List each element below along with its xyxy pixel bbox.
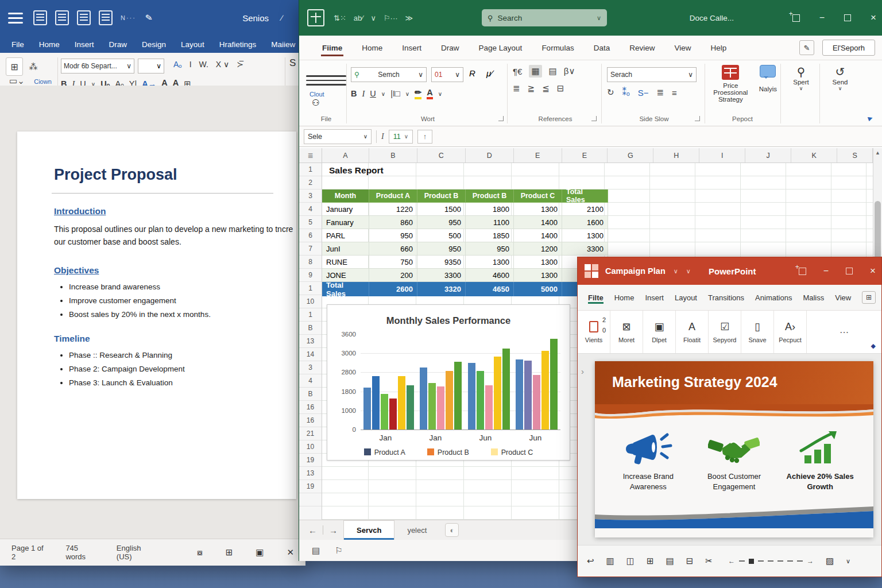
cell[interactable]: RUNE xyxy=(322,256,369,269)
excel-tab-data[interactable]: Data xyxy=(593,41,612,55)
word-tab-hrafietings[interactable]: Hrafietings xyxy=(219,40,257,49)
refresh-icon[interactable]: ↻ xyxy=(607,87,614,98)
autosave-icon[interactable]: ⇅⁙ xyxy=(334,14,346,22)
undo-text-icon[interactable]: ab∕ xyxy=(354,14,363,22)
row-header-12[interactable]: B xyxy=(299,322,322,335)
pin-ribbon-icon[interactable]: ✎ xyxy=(799,40,814,55)
row-header-6[interactable]: 7 xyxy=(299,242,322,256)
sort-az-icon[interactable]: β∨ xyxy=(564,66,575,76)
cell[interactable]: 3300 xyxy=(562,242,608,256)
number-list-icon[interactable]: ≧ xyxy=(528,83,535,94)
fill-color-button[interactable]: ✏ xyxy=(415,88,421,99)
cell[interactable]: PARL xyxy=(322,229,369,242)
row-header-22[interactable]: 19 xyxy=(299,454,322,467)
undo-icon[interactable]: ↩ xyxy=(587,556,594,566)
open-document-icon[interactable] xyxy=(77,10,91,25)
cell[interactable]: Total Sales xyxy=(562,189,608,203)
font-color-button[interactable]: A xyxy=(427,88,432,99)
hamburger-menu-icon[interactable] xyxy=(8,13,23,24)
excel-tab-home[interactable]: Home xyxy=(361,41,384,55)
ppt-tab-layout[interactable]: Layout xyxy=(675,293,697,302)
row-header-18[interactable]: 16 xyxy=(299,401,322,414)
embedded-chart[interactable]: Monthly Sales Performance360030002800180… xyxy=(327,304,570,461)
clear-format-icon[interactable]: Χ ∨ xyxy=(216,60,229,69)
title-dropdown-icon[interactable]: ∨ xyxy=(674,268,678,275)
column-header-d-3[interactable]: D xyxy=(466,148,514,163)
column-header-h-7[interactable]: H xyxy=(653,148,699,163)
bold-button[interactable]: B xyxy=(351,89,357,98)
document-icon[interactable] xyxy=(33,10,47,25)
row-header-0[interactable]: 1 xyxy=(299,163,322,176)
title-dropdown2-icon[interactable]: ∨ xyxy=(686,268,691,275)
restore-copy-icon[interactable] xyxy=(799,268,806,275)
ppt-tab-insert[interactable]: Insert xyxy=(645,293,664,302)
formula-value-box[interactable]: 11∨ xyxy=(389,130,413,144)
column-header-s-11[interactable]: S xyxy=(837,148,873,163)
menu-lines-icon[interactable] xyxy=(306,75,346,86)
close-button[interactable]: × xyxy=(870,265,876,277)
excel-size-combo[interactable]: 01∨ xyxy=(431,67,463,82)
ppt-tab-maliss[interactable]: Maliss xyxy=(803,293,824,302)
panel-expander-icon[interactable]: › xyxy=(581,366,584,376)
word-tab-home[interactable]: Home xyxy=(39,40,60,49)
row-header-11[interactable]: 1 xyxy=(299,308,322,322)
excel-tab-fiime[interactable]: Fiime xyxy=(321,41,343,55)
w-style-icon[interactable]: W. xyxy=(199,60,208,69)
sort-icon[interactable]: ≻̅ xyxy=(237,60,243,69)
row-header-9[interactable]: 1 xyxy=(299,282,322,295)
cell[interactable]: 860 xyxy=(369,216,417,229)
cell[interactable]: 1220 xyxy=(369,203,417,216)
ribbon-display-icon[interactable]: ⊞ xyxy=(862,291,876,304)
search-box[interactable]: ⚲ Search ∨ xyxy=(482,9,607,26)
percent-icon[interactable]: ⁑ₒ xyxy=(622,87,630,98)
font-name-combo[interactable]: Modr 6b Separt...∨ xyxy=(61,59,134,74)
ppt-ribbon-pecpuct[interactable]: A›Pecpuct xyxy=(774,311,807,353)
chevrons-icon[interactable]: ≫ xyxy=(405,14,413,22)
excel-tab-help[interactable]: Help xyxy=(709,41,728,55)
column-header-i-8[interactable]: I xyxy=(699,148,745,163)
column-header-e-4[interactable]: E xyxy=(514,148,562,163)
list-dec-icon[interactable]: ≡ xyxy=(672,88,677,98)
row-header-8[interactable]: 9 xyxy=(299,269,322,282)
excel-tab-insert[interactable]: Insert xyxy=(401,41,423,55)
color-dropdown-icon[interactable]: ∨ xyxy=(438,91,442,97)
dialog-launcher-icon[interactable] xyxy=(695,116,700,121)
cell[interactable]: 2600 xyxy=(369,282,417,296)
cell[interactable]: 1300 xyxy=(514,203,562,216)
excel-tab-page-layout[interactable]: Page Layout xyxy=(478,41,524,55)
send-button[interactable]: ↺ Send ∨ xyxy=(823,65,857,91)
zoom-in-icon[interactable]: → xyxy=(807,557,814,565)
column-header-e-5[interactable]: E xyxy=(562,148,608,163)
slide-canvas[interactable]: Marketing Strategy 2024 xyxy=(595,361,873,537)
prev-sheet-icon[interactable]: ← xyxy=(308,525,317,535)
excel-tab-draw[interactable]: Draw xyxy=(440,41,461,55)
web-layout-icon[interactable]: ▣ xyxy=(256,547,264,558)
book-view-icon[interactable]: ◫ xyxy=(626,556,635,566)
serach-combo[interactable]: Serach∨ xyxy=(607,67,697,82)
cell[interactable]: 4650 xyxy=(466,282,514,296)
minimize-button[interactable]: − xyxy=(819,13,825,23)
dropdown-icon[interactable]: ∨ xyxy=(370,14,376,22)
notification-bell-icon[interactable]: ⚐ xyxy=(335,546,342,556)
underline-dropdown-icon[interactable]: ∨ xyxy=(381,91,385,97)
list-view-icon[interactable]: ▤ xyxy=(312,546,320,556)
word-page[interactable]: Project Proposal Introduction This propo… xyxy=(17,131,296,499)
ppt-tab-view[interactable]: View xyxy=(835,293,851,302)
row-header-13[interactable]: 13 xyxy=(299,335,322,348)
maximize-button[interactable] xyxy=(844,14,851,21)
cell[interactable]: 950 xyxy=(369,229,417,242)
row-header-7[interactable]: 8 xyxy=(299,256,322,269)
ppt-tab-home[interactable]: Home xyxy=(614,293,635,302)
word-tab-layout[interactable]: Layout xyxy=(181,40,204,49)
cell[interactable]: 950 xyxy=(466,242,514,256)
slideshow-icon[interactable]: ▨ xyxy=(826,556,834,566)
sheet-title-cell[interactable]: Sales Report xyxy=(329,165,384,176)
table-view-icon[interactable]: ⊞ xyxy=(647,556,654,566)
column-header-j-9[interactable]: J xyxy=(745,148,791,163)
cell[interactable]: 3320 xyxy=(417,282,466,296)
column-header-c-2[interactable]: C xyxy=(417,148,466,163)
zoom-out-icon[interactable]: ← xyxy=(728,557,735,565)
cell[interactable]: 1600 xyxy=(562,216,608,229)
ppt-ribbon-vients[interactable]: Vients20 xyxy=(578,311,610,353)
collapse-ribbon-icon[interactable]: ► xyxy=(865,113,875,123)
